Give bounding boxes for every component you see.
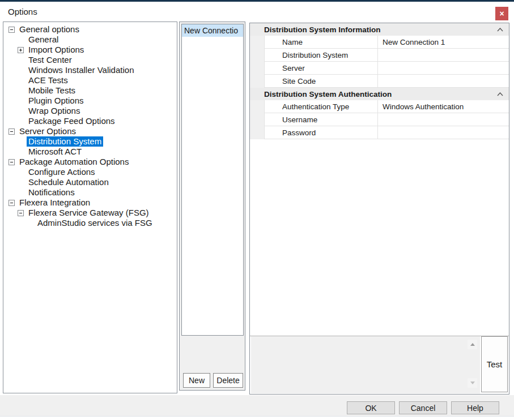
scroll-down-icon: [470, 382, 475, 384]
tree-item-label[interactable]: Flexera Integration: [18, 198, 92, 208]
property-label: Password: [265, 126, 378, 139]
property-value-field[interactable]: [378, 113, 509, 126]
tree-item-notifications[interactable]: Notifications: [3, 187, 177, 198]
connection-list[interactable]: New Connectio: [181, 24, 244, 336]
tree-item-label[interactable]: General: [27, 35, 60, 45]
section-title: Distribution System Information: [264, 25, 381, 34]
expand-box-icon[interactable]: [18, 47, 24, 53]
scroll-up-button[interactable]: [468, 340, 477, 349]
close-button[interactable]: ×: [495, 7, 508, 20]
property-label: Site Code: [265, 75, 378, 87]
tree-item-label[interactable]: ACE Tests: [27, 75, 70, 85]
tree-item-schedule-automation[interactable]: Schedule Automation: [3, 177, 177, 187]
row-gutter: [250, 36, 265, 88]
collapse-box-icon[interactable]: [18, 210, 24, 216]
help-button[interactable]: Help: [451, 401, 499, 414]
collapse-box-icon[interactable]: [9, 159, 15, 165]
tree-item-label[interactable]: Windows Installer Validation: [27, 65, 135, 75]
connections-panel: New Connectio New Delete: [179, 22, 245, 391]
options-tree: General optionsGeneralImport OptionsTest…: [3, 24, 177, 228]
footer-bar: OK Cancel Help: [0, 395, 514, 417]
property-value-field[interactable]: New Connection 1: [378, 36, 509, 48]
tree-item-configure-actions[interactable]: Configure Actions: [3, 167, 177, 177]
connection-list-item[interactable]: New Connectio: [182, 24, 243, 37]
tree-item-microsoft-act[interactable]: Microsoft ACT: [3, 147, 177, 157]
tree-item-label[interactable]: Import Options: [27, 45, 86, 55]
scroll-down-button[interactable]: [468, 378, 477, 388]
tree-item-flexera-service-gateway-fsg[interactable]: Flexera Service Gateway (FSG): [3, 208, 177, 218]
tree-item-plugin-options[interactable]: Plugin Options: [3, 96, 177, 106]
property-label: Name: [265, 36, 378, 48]
tree-item-label[interactable]: Test Center: [27, 55, 74, 65]
tree-item-label[interactable]: Package Automation Options: [18, 157, 130, 167]
property-value-field[interactable]: [378, 75, 509, 87]
tree-item-test-center[interactable]: Test Center: [3, 55, 177, 65]
property-label: Distribution System: [265, 49, 378, 61]
options-tree-panel: General optionsGeneralImport OptionsTest…: [3, 22, 177, 393]
rows-container: NameNew Connection 1Distribution SystemS…: [265, 36, 509, 88]
tree-item-flexera-integration[interactable]: Flexera Integration: [3, 198, 177, 208]
tree-item-windows-installer-validation[interactable]: Windows Installer Validation: [3, 65, 177, 75]
chevron-up-icon[interactable]: [497, 28, 503, 32]
property-row-name: NameNew Connection 1: [265, 36, 509, 49]
tree-item-mobile-tests[interactable]: Mobile Tests: [3, 85, 177, 96]
tree-item-label[interactable]: Plugin Options: [27, 96, 86, 106]
delete-connection-button[interactable]: Delete: [213, 373, 243, 388]
tree-item-label[interactable]: Notifications: [27, 187, 77, 198]
tree-item-label[interactable]: Mobile Tests: [27, 85, 77, 96]
tree-item-label[interactable]: Flexera Service Gateway (FSG): [27, 208, 151, 218]
collapse-box-icon[interactable]: [9, 200, 15, 206]
property-value-field[interactable]: [378, 126, 509, 139]
property-row-password: Password: [265, 126, 509, 139]
window-title: Options: [8, 7, 37, 16]
test-result-message-box[interactable]: [251, 336, 480, 393]
property-row-authentication-type: Authentication TypeWindows Authenticatio…: [265, 100, 509, 113]
property-row-site-code: Site Code: [265, 75, 509, 88]
property-row-server: Server: [265, 62, 509, 75]
tree-item-adminstudio-services-via-fsg[interactable]: AdminStudio services via FSG: [3, 218, 177, 228]
property-row-distribution-system: Distribution System: [265, 49, 509, 62]
tree-item-label[interactable]: Distribution System: [27, 136, 103, 147]
tree-item-label[interactable]: Schedule Automation: [27, 177, 111, 187]
tree-item-ace-tests[interactable]: ACE Tests: [3, 75, 177, 85]
tree-item-distribution-system[interactable]: Distribution System: [3, 136, 177, 147]
title-bar: Options ×: [0, 0, 514, 22]
property-grid: Distribution System InformationNameNew C…: [250, 23, 509, 139]
chevron-up-icon[interactable]: [497, 92, 503, 96]
tree-item-label[interactable]: Server Options: [18, 126, 78, 136]
collapse-box-icon[interactable]: [9, 27, 15, 33]
new-connection-button[interactable]: New: [183, 373, 210, 388]
tree-item-label[interactable]: Package Feed Options: [27, 116, 117, 126]
section-rows: Authentication TypeWindows Authenticatio…: [250, 100, 509, 139]
row-gutter: [250, 100, 265, 139]
property-label: Server: [265, 62, 378, 74]
rows-container: Authentication TypeWindows Authenticatio…: [265, 100, 509, 139]
settings-panel: Distribution System InformationNameNew C…: [249, 23, 509, 395]
tree-item-label[interactable]: Microsoft ACT: [27, 147, 83, 157]
tree-item-wrap-options[interactable]: Wrap Options: [3, 106, 177, 116]
property-value-field[interactable]: Windows Authentication: [378, 100, 509, 113]
section-rows: NameNew Connection 1Distribution SystemS…: [250, 36, 509, 88]
ok-button[interactable]: OK: [347, 401, 395, 414]
tree-item-general-options[interactable]: General options: [3, 24, 177, 35]
tree-item-label[interactable]: AdminStudio services via FSG: [36, 218, 154, 228]
property-value-field[interactable]: [378, 62, 509, 74]
tree-item-package-automation-options[interactable]: Package Automation Options: [3, 157, 177, 167]
section-header-distribution-system-authentication[interactable]: Distribution System Authentication: [250, 88, 509, 100]
property-value-field[interactable]: [378, 49, 509, 61]
collapse-box-icon[interactable]: [9, 128, 15, 135]
tree-item-label[interactable]: Configure Actions: [27, 167, 97, 177]
test-button[interactable]: Test: [481, 336, 508, 392]
tree-item-label[interactable]: General options: [18, 24, 81, 35]
tree-item-package-feed-options[interactable]: Package Feed Options: [3, 116, 177, 126]
section-header-distribution-system-information[interactable]: Distribution System Information: [250, 23, 509, 36]
property-label: Authentication Type: [265, 100, 378, 113]
close-icon: ×: [499, 9, 504, 18]
tree-item-label[interactable]: Wrap Options: [27, 106, 82, 116]
tree-item-import-options[interactable]: Import Options: [3, 45, 177, 55]
tree-item-server-options[interactable]: Server Options: [3, 126, 177, 136]
scroll-up-icon: [470, 343, 475, 346]
cancel-button[interactable]: Cancel: [399, 401, 447, 414]
tree-item-general[interactable]: General: [3, 35, 177, 45]
section-title: Distribution System Authentication: [264, 90, 392, 98]
